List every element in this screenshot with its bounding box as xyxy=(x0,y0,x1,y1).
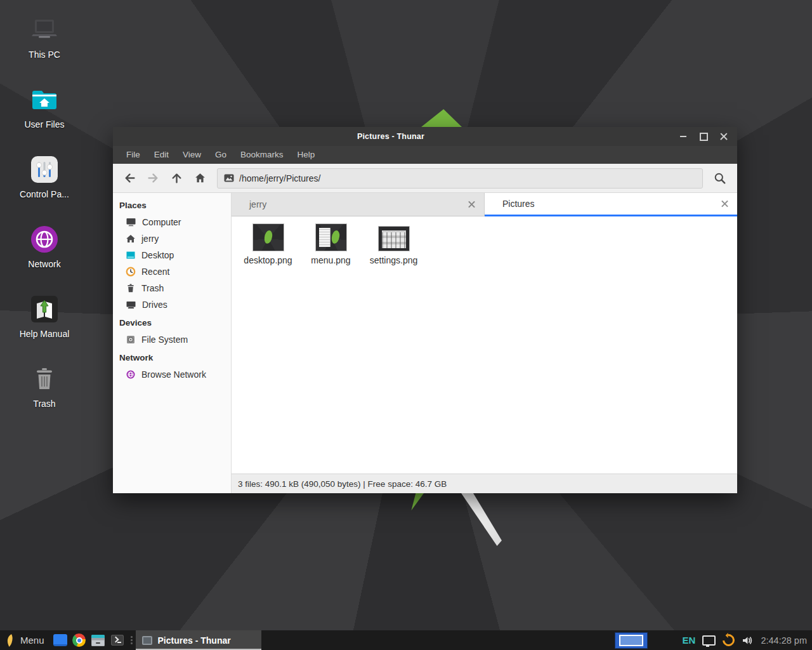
terminal-launcher[interactable] xyxy=(108,630,127,650)
chrome-icon xyxy=(72,633,86,647)
sidebar-item-label: Recent xyxy=(141,267,169,277)
tab-close-icon[interactable] xyxy=(468,201,475,208)
control-panel-icon xyxy=(30,155,59,184)
desktop-icon-trash[interactable]: Trash xyxy=(8,364,81,409)
sidebar-header-places: Places xyxy=(113,196,231,214)
location-bar[interactable]: /home/jerry/Pictures/ xyxy=(217,168,703,189)
update-manager-icon[interactable] xyxy=(721,632,738,649)
up-button[interactable] xyxy=(165,168,188,189)
sidebar-item-desktop[interactable]: Desktop xyxy=(113,247,231,263)
workspace-window-preview xyxy=(619,635,643,646)
thunar-window: Pictures - Thunar File Edit View Go Book… xyxy=(113,127,737,493)
menu-go[interactable]: Go xyxy=(208,146,233,164)
show-desktop-button[interactable] xyxy=(51,630,70,650)
tab-pictures[interactable]: Pictures xyxy=(485,193,737,216)
keyboard-layout-indicator[interactable]: EN xyxy=(683,635,696,646)
desktop-icon-label: This PC xyxy=(29,50,60,60)
menu-button-label: Menu xyxy=(20,635,44,646)
file-name: desktop.png xyxy=(244,255,292,265)
tab-label: jerry xyxy=(249,199,266,209)
trash-icon xyxy=(126,283,136,293)
up-arrow-icon xyxy=(171,172,183,184)
thumbnail-art xyxy=(382,230,406,248)
maximize-button[interactable] xyxy=(695,129,712,144)
window-task-icon xyxy=(142,636,152,645)
tab-close-icon[interactable] xyxy=(721,201,728,208)
sidebar-header-devices: Devices xyxy=(113,313,231,331)
close-button[interactable] xyxy=(716,129,732,144)
home-icon xyxy=(194,172,206,184)
maximize-icon xyxy=(700,133,708,141)
network-globe-icon xyxy=(30,225,59,254)
desktop-icon-user-files[interactable]: User Files xyxy=(8,85,81,129)
desktop-icon-control-panel[interactable]: Control Pa... xyxy=(8,155,81,199)
system-tray: EN 2:44:28 pm xyxy=(615,630,812,650)
taskbar-window-button[interactable]: Pictures - Thunar xyxy=(136,630,261,650)
taskbar-clock[interactable]: 2:44:28 pm xyxy=(761,635,807,646)
sidebar-item-label: File System xyxy=(141,335,188,345)
sidebar-item-label: jerry xyxy=(141,234,159,244)
trash-icon xyxy=(30,364,59,394)
tasklist-handle[interactable] xyxy=(129,630,134,650)
computer-icon xyxy=(126,217,136,227)
menu-bookmarks[interactable]: Bookmarks xyxy=(233,146,291,164)
browse-network-icon xyxy=(126,369,136,380)
tab-jerry[interactable]: jerry xyxy=(232,193,485,216)
desktop-icon-help-manual[interactable]: Help Manual xyxy=(8,295,81,339)
back-button[interactable] xyxy=(118,168,141,189)
file-name: menu.png xyxy=(311,255,350,265)
file-item-menu-png[interactable]: menu.png xyxy=(299,223,362,265)
window-task-label: Pictures - Thunar xyxy=(158,635,231,646)
desktop-icon-label: Control Pa... xyxy=(20,189,69,199)
file-thumbnail xyxy=(316,224,346,251)
sidebar: Places Computer jerry Desktop xyxy=(113,193,232,493)
sidebar-item-trash[interactable]: Trash xyxy=(113,280,231,296)
sidebar-item-label: Drives xyxy=(142,300,167,310)
taskbar: Menu Pictures - Thunar EN xyxy=(0,630,812,650)
sidebar-item-browse-network[interactable]: Browse Network xyxy=(113,366,231,383)
search-button[interactable] xyxy=(708,168,732,189)
help-manual-icon xyxy=(30,295,59,324)
menu-edit[interactable]: Edit xyxy=(147,146,176,164)
menu-help[interactable]: Help xyxy=(291,146,322,164)
sidebar-item-drives[interactable]: Drives xyxy=(113,296,231,313)
filesystem-icon xyxy=(126,335,136,345)
display-tray-icon[interactable] xyxy=(702,635,716,646)
desktop-icon-label: Trash xyxy=(33,399,55,409)
minimize-button[interactable] xyxy=(675,129,691,144)
browser-launcher[interactable] xyxy=(70,630,89,650)
volume-icon[interactable] xyxy=(742,635,754,646)
user-files-folder-icon xyxy=(30,85,59,114)
sidebar-item-label: Trash xyxy=(141,283,164,293)
location-path: /home/jerry/Pictures/ xyxy=(239,173,320,183)
sidebar-item-file-system[interactable]: File System xyxy=(113,331,231,348)
menu-bar: File Edit View Go Bookmarks Help xyxy=(113,146,737,164)
window-titlebar[interactable]: Pictures - Thunar xyxy=(113,127,737,146)
tab-label: Pictures xyxy=(502,199,535,209)
sidebar-item-label: Desktop xyxy=(141,250,174,260)
home-button[interactable] xyxy=(188,168,212,189)
minimize-icon xyxy=(680,136,686,137)
terminal-icon xyxy=(111,635,124,646)
menu-file[interactable]: File xyxy=(119,146,147,164)
menu-button[interactable]: Menu xyxy=(0,630,51,650)
desktop-icon-network[interactable]: Network xyxy=(8,225,81,269)
workspace-switcher[interactable] xyxy=(615,632,648,649)
menu-view[interactable]: View xyxy=(176,146,208,164)
sidebar-item-jerry[interactable]: jerry xyxy=(113,230,231,247)
sidebar-header-network: Network xyxy=(113,348,231,366)
forward-arrow-icon xyxy=(147,172,159,184)
forward-button[interactable] xyxy=(141,168,165,189)
file-item-desktop-png[interactable]: desktop.png xyxy=(237,223,299,265)
sidebar-item-recent[interactable]: Recent xyxy=(113,263,231,280)
desktop-icon-label: Network xyxy=(28,259,60,269)
file-view[interactable]: desktop.png menu.png settings.png xyxy=(232,216,737,474)
file-manager-launcher[interactable] xyxy=(89,630,108,650)
desktop-icon-label: User Files xyxy=(24,119,64,129)
desktop-icon xyxy=(126,250,136,260)
window-title: Pictures - Thunar xyxy=(113,132,669,141)
sidebar-item-computer[interactable]: Computer xyxy=(113,214,231,230)
file-item-settings-png[interactable]: settings.png xyxy=(362,223,425,265)
desktop-icon-this-pc[interactable]: This PC xyxy=(8,15,81,60)
tab-bar: jerry Pictures xyxy=(232,193,737,216)
